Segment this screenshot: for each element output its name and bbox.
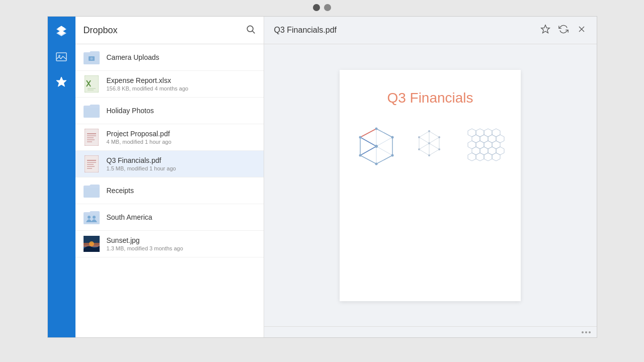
list-item[interactable]: Expense Report.xlsx 156.8 KB, modified 4… — [75, 71, 264, 98]
file-panel: Dropbox — [75, 17, 264, 337]
svg-marker-87 — [484, 153, 492, 161]
pdf-icon — [84, 128, 100, 146]
close-preview-button[interactable] — [577, 24, 587, 37]
svg-point-48 — [359, 136, 361, 138]
file-name: Project Proposal.pdf — [107, 130, 172, 138]
dot-2[interactable] — [324, 4, 331, 11]
file-meta: 1.5 MB, modified 1 hour ago — [107, 165, 176, 171]
svg-point-5 — [247, 26, 253, 32]
file-info: Sunset.jpg 1.3 MB, modified 3 months ago — [107, 236, 183, 251]
file-list: Camera Uploads Expense Report.xlsx — [75, 44, 264, 337]
svg-line-64 — [419, 137, 429, 143]
svg-point-28 — [93, 216, 96, 219]
search-button[interactable] — [246, 24, 256, 37]
photos-icon — [55, 51, 67, 63]
svg-marker-86 — [476, 153, 484, 161]
pdf-file-icon — [85, 129, 99, 146]
file-name: Q3 Financials.pdf — [107, 156, 176, 164]
file-info: Q3 Financials.pdf 1.5 MB, modified 1 hou… — [107, 156, 176, 171]
hex-graphic-1 — [356, 126, 396, 169]
image-thumbnail — [84, 235, 100, 253]
svg-point-8 — [90, 57, 93, 60]
preview-actions — [540, 24, 587, 37]
svg-line-62 — [419, 131, 429, 137]
file-name: South America — [107, 213, 152, 221]
file-info: Receipts — [107, 187, 134, 195]
star-sidebar-icon — [55, 76, 67, 88]
sync-button[interactable] — [558, 24, 569, 37]
q3-pdf-icon — [85, 155, 99, 172]
search-icon — [246, 24, 256, 34]
svg-marker-33 — [541, 25, 549, 33]
dot-1[interactable] — [313, 4, 320, 11]
hex-graphic-2 — [412, 127, 447, 167]
receipts-folder-icon — [84, 184, 100, 198]
status-dot-1 — [582, 331, 584, 333]
status-dot-2 — [585, 331, 587, 333]
file-name: Camera Uploads — [107, 53, 159, 61]
preview-header: Q3 Financials.pdf — [264, 17, 597, 44]
list-item[interactable]: Project Proposal.pdf 4 MB, modified 1 ho… — [75, 124, 264, 151]
hex-graphic-3 — [462, 126, 505, 169]
file-info: South America — [107, 213, 152, 221]
list-item[interactable]: Holiday Photos — [75, 98, 264, 124]
file-info: Expense Report.xlsx 156.8 KB, modified 4… — [107, 76, 189, 92]
svg-point-43 — [375, 127, 377, 130]
svg-point-44 — [391, 136, 393, 138]
status-dots — [582, 331, 591, 333]
svg-line-57 — [429, 131, 439, 137]
folder-icon — [84, 48, 100, 66]
svg-point-45 — [391, 154, 393, 156]
list-item[interactable]: Receipts — [75, 177, 264, 204]
pdf-page: Q3 Financials — [340, 70, 521, 301]
sync-icon — [558, 24, 569, 34]
sidebar-favorites-btn[interactable] — [48, 69, 75, 95]
svg-marker-85 — [468, 153, 476, 161]
file-meta: 1.3 MB, modified 3 months ago — [107, 245, 183, 251]
close-icon — [577, 24, 587, 34]
svg-point-49 — [375, 145, 378, 148]
file-name: Holiday Photos — [107, 107, 154, 115]
list-item[interactable]: Q3 Financials.pdf 1.5 MB, modified 1 hou… — [75, 151, 264, 177]
holiday-folder-icon — [84, 104, 100, 118]
svg-line-6 — [252, 31, 255, 33]
camera-uploads-icon — [84, 50, 100, 64]
svg-rect-13 — [85, 129, 99, 146]
favorite-button[interactable] — [540, 24, 550, 37]
pdf-graphics — [356, 126, 505, 169]
app-window: Dropbox — [47, 16, 597, 338]
dropbox-logo[interactable] — [48, 17, 75, 44]
svg-marker-4 — [56, 77, 66, 86]
pdf-icon — [84, 155, 100, 173]
list-item[interactable]: Sunset.jpg 1.3 MB, modified 3 months ago — [75, 231, 264, 257]
sunset-thumbnail — [84, 236, 100, 252]
sidebar-photos-btn[interactable] — [48, 44, 75, 69]
preview-title: Q3 Financials.pdf — [274, 26, 337, 35]
svg-line-67 — [429, 143, 439, 149]
svg-marker-88 — [492, 153, 500, 161]
file-name: Sunset.jpg — [107, 236, 183, 244]
file-info: Project Proposal.pdf 4 MB, modified 1 ho… — [107, 130, 172, 145]
svg-point-47 — [359, 154, 361, 156]
file-info: Camera Uploads — [107, 53, 159, 61]
preview-panel: Q3 Financials.pdf — [264, 17, 597, 337]
file-panel-header: Dropbox — [75, 17, 264, 44]
list-item[interactable]: Camera Uploads — [75, 44, 264, 71]
svg-line-60 — [419, 149, 429, 155]
preview-content: Q3 Financials — [264, 44, 597, 326]
svg-marker-1 — [56, 30, 66, 36]
star-icon — [540, 24, 550, 34]
excel-icon — [84, 75, 100, 93]
svg-line-40 — [360, 129, 376, 137]
svg-line-66 — [419, 143, 429, 149]
shared-folder-icon — [84, 208, 100, 226]
folder-icon — [84, 102, 100, 120]
pdf-document-title: Q3 Financials — [387, 90, 473, 106]
list-item[interactable]: South America — [75, 204, 264, 231]
svg-point-27 — [88, 216, 91, 219]
sidebar-icons — [48, 17, 75, 337]
file-meta: 4 MB, modified 1 hour ago — [107, 139, 172, 145]
file-name: Receipts — [107, 187, 134, 195]
status-dot-3 — [589, 331, 591, 333]
svg-rect-2 — [56, 53, 66, 61]
